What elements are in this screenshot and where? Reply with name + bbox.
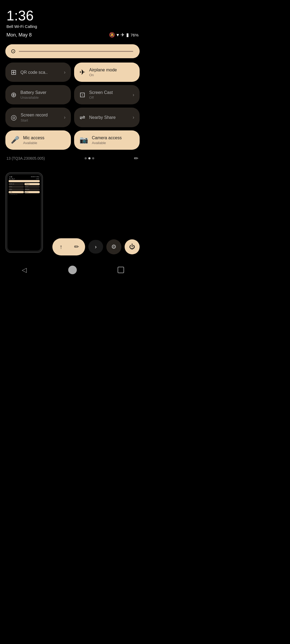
tile-mic-title: Mic access [23, 135, 66, 140]
date-row: Mon, May 8 🔕 ▾ ✈ ▮ 76% [0, 31, 145, 42]
wifi-icon: ▾ [117, 32, 119, 38]
tile-mic-access[interactable]: 🎤 Mic access Available [5, 130, 71, 150]
home-circle [68, 266, 77, 274]
tile-screen-cast[interactable]: ⊡ Screen Cast Off › [74, 85, 140, 104]
page-indicator [85, 157, 94, 159]
share-button[interactable]: ↑ [54, 240, 68, 254]
carrier: Bell Wi-Fi Calling [6, 24, 37, 29]
dot-2 [88, 157, 90, 159]
clock: 1:36 [6, 9, 37, 23]
tile-battery-subtitle: Unavailable [20, 96, 66, 100]
brightness-slider[interactable]: ⊙ [5, 44, 140, 58]
settings-button[interactable]: ⚙ [106, 239, 121, 254]
tile-screen-cast-arrow: › [133, 92, 134, 98]
tile-screen-record-arrow: › [64, 115, 66, 120]
tile-screen-record[interactable]: ◎ Screen record Start › [5, 108, 71, 127]
mute-icon: 🔕 [109, 32, 115, 38]
nearby-share-icon: ⇌ [79, 113, 85, 122]
tile-camera-title: Camera access [92, 135, 134, 140]
forward-arrow[interactable]: › [88, 240, 103, 254]
tile-airplane-title: Airplane mode [89, 67, 134, 72]
edit-tiles-icon[interactable]: ✏ [134, 155, 139, 162]
tile-battery-title: Battery Saver [20, 90, 66, 95]
quick-settings-grid: ⊞ QR code sca.. › ✈ Airplane mode On ⊕ B… [5, 63, 140, 150]
screen-record-icon: ◎ [11, 113, 17, 122]
home-button[interactable] [67, 265, 78, 275]
navigation-bar: ◁ [0, 260, 145, 282]
build-number: 13 (TQ3A.230605.005) [6, 156, 45, 160]
tile-screen-record-text: Screen record Start [21, 112, 60, 122]
brightness-icon: ⊙ [11, 48, 16, 55]
tile-airplane-mode[interactable]: ✈ Airplane mode On [74, 63, 140, 82]
tile-screen-cast-subtitle: Off [89, 96, 129, 100]
tile-camera-text: Camera access Available [92, 135, 134, 145]
tile-screen-record-subtitle: Start [21, 118, 60, 122]
tile-airplane-text: Airplane mode On [89, 67, 134, 77]
screen-cast-icon: ⊡ [79, 91, 85, 99]
recents-square [118, 267, 124, 273]
recents-button[interactable] [115, 265, 126, 275]
tile-nearby-share-text: Nearby Share [89, 115, 129, 120]
battery-icon: ▮ [126, 32, 129, 38]
tile-qr-title: QR code sca.. [20, 70, 60, 75]
tile-battery-text: Battery Saver Unavailable [20, 90, 66, 100]
mic-access-icon: 🎤 [11, 136, 19, 144]
status-icons: 🔕 ▾ ✈ ▮ 76% [109, 32, 139, 38]
tile-nearby-share[interactable]: ⇌ Nearby Share › [74, 108, 140, 127]
power-button[interactable]: ⏻ [125, 239, 140, 254]
date-display: Mon, May 8 [6, 32, 32, 38]
battery-saver-icon: ⊕ [11, 91, 17, 99]
airplane-mode-icon: ✈ [79, 68, 85, 76]
dot-1 [85, 157, 87, 159]
tile-qr-arrow: › [64, 69, 66, 75]
tile-mic-subtitle: Available [23, 141, 66, 145]
status-left: 1:36 Bell Wi-Fi Calling [6, 9, 37, 29]
tile-nearby-share-arrow: › [133, 115, 134, 120]
tile-screen-cast-text: Screen Cast Off [89, 90, 129, 100]
tile-camera-access[interactable]: 📷 Camera access Available [74, 130, 140, 150]
battery-percent: 76% [130, 33, 139, 37]
tile-airplane-subtitle: On [89, 73, 134, 77]
tile-qr-text: QR code sca.. [20, 70, 60, 75]
status-bar: 1:36 Bell Wi-Fi Calling [0, 0, 145, 31]
tile-nearby-share-title: Nearby Share [89, 115, 129, 120]
qr-code-icon: ⊞ [11, 68, 17, 76]
bottom-controls: ↑ ✏ › ⚙ ⏻ [0, 238, 145, 258]
brightness-track [19, 51, 133, 52]
tile-camera-subtitle: Available [92, 141, 134, 145]
tile-battery-saver[interactable]: ⊕ Battery Saver Unavailable [5, 85, 71, 104]
tile-mic-text: Mic access Available [23, 135, 66, 145]
tile-screen-cast-title: Screen Cast [89, 90, 129, 95]
dot-3 [92, 157, 94, 159]
back-button[interactable]: ◁ [19, 265, 30, 275]
screenshot-preview-area: 1:36 Bell Wi-Fi Calling Mon, May 8 ✈ 76%… [0, 172, 145, 258]
edit-button[interactable]: ✏ [70, 240, 84, 254]
tile-qr-code[interactable]: ⊞ QR code sca.. › [5, 63, 71, 82]
tile-screen-record-title: Screen record [21, 112, 60, 118]
footer-row: 13 (TQ3A.230605.005) ✏ [6, 155, 139, 162]
camera-access-icon: 📷 [79, 136, 88, 144]
share-edit-pill: ↑ ✏ [52, 238, 85, 255]
airplane-icon: ✈ [121, 32, 125, 38]
